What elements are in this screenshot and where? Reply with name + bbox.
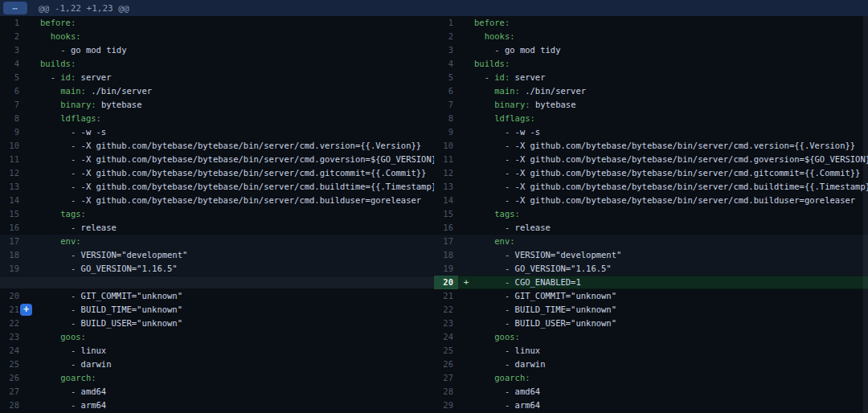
line-number-new[interactable]: 6: [434, 84, 458, 98]
diff-line-new: 10 - -X github.com/bytebase/bytebase/bin…: [434, 139, 868, 153]
diff-line-new: 26 - darwin: [434, 358, 868, 371]
line-number-new[interactable]: 26: [434, 358, 458, 371]
line-number-old[interactable]: 26: [0, 371, 24, 385]
expand-hunk-button[interactable]: ⋯: [3, 2, 27, 14]
add-comment-button[interactable]: +: [20, 304, 32, 316]
code-text: - -X github.com/bytebase/bytebase/bin/se…: [40, 153, 434, 166]
line-number-old[interactable]: 25: [0, 358, 24, 371]
line-number-old[interactable]: 10: [0, 139, 24, 153]
diff-line-old: 17 env:: [0, 235, 434, 248]
line-number-new[interactable]: 3: [434, 43, 458, 57]
diff-rows: 1before:1before:2 hooks:2 hooks:3 - go m…: [0, 16, 868, 412]
code-text: goos:: [474, 330, 868, 344]
line-number-new[interactable]: 11: [434, 153, 458, 166]
line-number-new[interactable]: 2: [434, 30, 458, 43]
line-number-old[interactable]: 15: [0, 207, 24, 221]
diff-line-new: 18 - VERSION="development": [434, 248, 868, 262]
line-number-old[interactable]: 8: [0, 112, 24, 125]
diff-marker: [458, 358, 474, 371]
line-number-old[interactable]: 3: [0, 43, 24, 57]
line-number-new[interactable]: 15: [434, 207, 458, 221]
line-number-new[interactable]: 4: [434, 57, 458, 71]
diff-line-old: 9 - -w -s: [0, 125, 434, 139]
line-number-new[interactable]: 7: [434, 98, 458, 112]
line-number-new[interactable]: 29: [434, 399, 458, 412]
line-number-old[interactable]: 18: [0, 248, 24, 262]
diff-line-old: 18 - VERSION="development": [0, 248, 434, 262]
line-number-new[interactable]: 5: [434, 71, 458, 84]
diff-marker: [24, 71, 40, 84]
line-number-new[interactable]: 10: [434, 139, 458, 153]
line-number-new[interactable]: 14: [434, 194, 458, 207]
line-number-old[interactable]: 13: [0, 180, 24, 194]
line-number-new[interactable]: 12: [434, 166, 458, 180]
line-number-old[interactable]: 1: [0, 16, 24, 30]
line-number-old[interactable]: 4: [0, 57, 24, 71]
diff-line-new: 24 goos:: [434, 330, 868, 344]
ellipsis-icon: ⋯: [12, 3, 18, 14]
diff-marker: [24, 289, 40, 303]
line-number-new[interactable]: 19: [434, 262, 458, 276]
scrollbar[interactable]: [863, 16, 868, 413]
line-number-old[interactable]: 12: [0, 166, 24, 180]
line-number-new[interactable]: 24: [434, 330, 458, 344]
line-number-new[interactable]: 23: [434, 317, 458, 330]
diff-line-new: 15 tags:: [434, 207, 868, 221]
line-number-new[interactable]: 21: [434, 289, 458, 303]
line-number-old[interactable]: 5: [0, 71, 24, 84]
code-text: - BUILD_USER="unknown": [474, 317, 868, 330]
line-number-old[interactable]: 11: [0, 153, 24, 166]
diff-row: 12 - -X github.com/bytebase/bytebase/bin…: [0, 166, 868, 180]
diff-line-new: 1before:: [434, 16, 868, 30]
line-number-old[interactable]: 28: [0, 399, 24, 412]
line-number-old[interactable]: 17: [0, 235, 24, 248]
diff-marker: [24, 57, 40, 71]
diff-line-new: 21 - GIT_COMMIT="unknown": [434, 289, 868, 303]
diff-marker: [24, 153, 40, 166]
diff-line-old: 26 goarch:: [0, 371, 434, 385]
diff-line-placeholder: [0, 276, 434, 289]
line-number-old[interactable]: 19: [0, 262, 24, 276]
line-number-old[interactable]: 16: [0, 221, 24, 235]
line-number-old[interactable]: 9: [0, 125, 24, 139]
diff-marker: [458, 30, 474, 43]
code-text: main: ./bin/server: [40, 84, 434, 98]
line-number-old[interactable]: 24: [0, 344, 24, 358]
code-text: ldflags:: [474, 112, 868, 125]
line-number-new[interactable]: 8: [434, 112, 458, 125]
diff-line-old: 12 - -X github.com/bytebase/bytebase/bin…: [0, 166, 434, 180]
diff-marker: [24, 207, 40, 221]
diff-line-new: 7 binary: bytebase: [434, 98, 868, 112]
line-number-new[interactable]: 25: [434, 344, 458, 358]
line-number-new[interactable]: 1: [434, 16, 458, 30]
code-text: - GIT_COMMIT="unknown": [40, 289, 434, 303]
line-number-new[interactable]: 9: [434, 125, 458, 139]
code-text: before:: [474, 16, 868, 30]
diff-marker: [458, 344, 474, 358]
diff-marker: [24, 221, 40, 235]
line-number-new[interactable]: 27: [434, 371, 458, 385]
line-number-new[interactable]: 20: [434, 276, 458, 289]
line-number-new[interactable]: 16: [434, 221, 458, 235]
line-number-old[interactable]: 6: [0, 84, 24, 98]
line-number-old[interactable]: 2: [0, 30, 24, 43]
diff-line-new: 20+ - CGO_ENABLED=1: [434, 276, 868, 289]
line-number-old[interactable]: 27: [0, 385, 24, 399]
line-number-new[interactable]: 18: [434, 248, 458, 262]
diff-row: 6 main: ./bin/server6 main: ./bin/server: [0, 84, 868, 98]
line-number-new[interactable]: 22: [434, 303, 458, 317]
diff-row: 1before:1before:: [0, 16, 868, 30]
diff-marker: [24, 399, 40, 412]
line-number-old[interactable]: 20: [0, 289, 24, 303]
line-number-old[interactable]: 23: [0, 330, 24, 344]
line-number-old[interactable]: 7: [0, 98, 24, 112]
line-number-new[interactable]: 13: [434, 180, 458, 194]
line-number-new[interactable]: 17: [434, 235, 458, 248]
line-number-old[interactable]: 14: [0, 194, 24, 207]
diff-line-new: 8 ldflags:: [434, 112, 868, 125]
diff-marker: [24, 30, 40, 43]
line-number-new[interactable]: 28: [434, 385, 458, 399]
diff-line-new: 28 - amd64: [434, 385, 868, 399]
line-number-old[interactable]: 22: [0, 317, 24, 330]
diff-row: 4builds:4builds:: [0, 57, 868, 71]
